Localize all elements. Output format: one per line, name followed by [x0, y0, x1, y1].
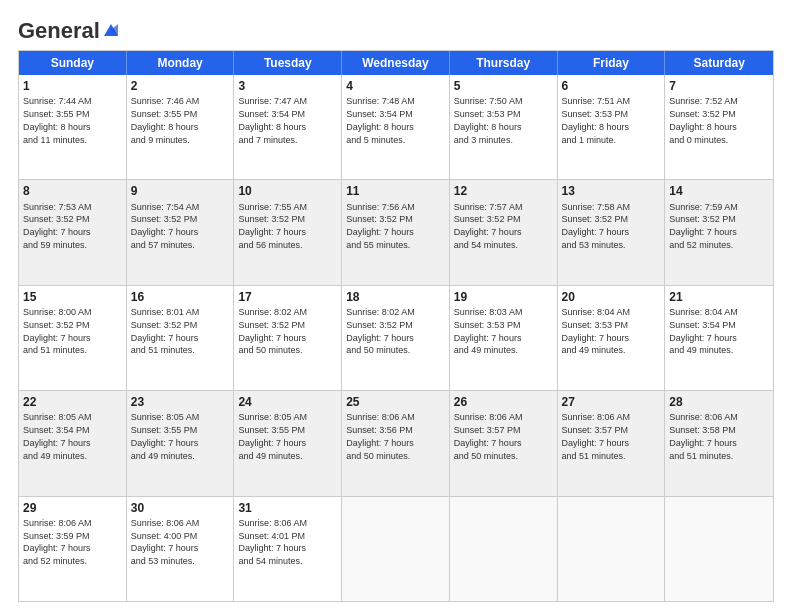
header-day-monday: Monday	[127, 51, 235, 75]
day-number: 15	[23, 289, 122, 305]
day-info: Sunrise: 8:06 AM Sunset: 3:57 PM Dayligh…	[454, 412, 523, 460]
day-info: Sunrise: 8:06 AM Sunset: 4:00 PM Dayligh…	[131, 518, 200, 566]
day-info: Sunrise: 7:58 AM Sunset: 3:52 PM Dayligh…	[562, 202, 631, 250]
day-info: Sunrise: 8:04 AM Sunset: 3:54 PM Dayligh…	[669, 307, 738, 355]
day-number: 26	[454, 394, 553, 410]
header-day-sunday: Sunday	[19, 51, 127, 75]
calendar-cell	[558, 497, 666, 601]
day-info: Sunrise: 8:01 AM Sunset: 3:52 PM Dayligh…	[131, 307, 200, 355]
calendar-cell: 20Sunrise: 8:04 AM Sunset: 3:53 PM Dayli…	[558, 286, 666, 390]
day-number: 4	[346, 78, 445, 94]
day-number: 27	[562, 394, 661, 410]
calendar-cell	[450, 497, 558, 601]
day-number: 1	[23, 78, 122, 94]
calendar-cell: 12Sunrise: 7:57 AM Sunset: 3:52 PM Dayli…	[450, 180, 558, 284]
calendar-row-2: 15Sunrise: 8:00 AM Sunset: 3:52 PM Dayli…	[19, 286, 773, 391]
day-number: 7	[669, 78, 769, 94]
calendar-header: SundayMondayTuesdayWednesdayThursdayFrid…	[19, 51, 773, 75]
day-info: Sunrise: 8:05 AM Sunset: 3:55 PM Dayligh…	[131, 412, 200, 460]
calendar-cell: 2Sunrise: 7:46 AM Sunset: 3:55 PM Daylig…	[127, 75, 235, 179]
day-info: Sunrise: 7:53 AM Sunset: 3:52 PM Dayligh…	[23, 202, 92, 250]
header-day-saturday: Saturday	[665, 51, 773, 75]
day-info: Sunrise: 7:48 AM Sunset: 3:54 PM Dayligh…	[346, 96, 415, 144]
day-info: Sunrise: 7:50 AM Sunset: 3:53 PM Dayligh…	[454, 96, 523, 144]
day-number: 20	[562, 289, 661, 305]
day-info: Sunrise: 8:02 AM Sunset: 3:52 PM Dayligh…	[238, 307, 307, 355]
calendar-row-1: 8Sunrise: 7:53 AM Sunset: 3:52 PM Daylig…	[19, 180, 773, 285]
calendar-cell: 29Sunrise: 8:06 AM Sunset: 3:59 PM Dayli…	[19, 497, 127, 601]
calendar-cell: 18Sunrise: 8:02 AM Sunset: 3:52 PM Dayli…	[342, 286, 450, 390]
calendar-cell: 8Sunrise: 7:53 AM Sunset: 3:52 PM Daylig…	[19, 180, 127, 284]
day-number: 2	[131, 78, 230, 94]
calendar-cell: 27Sunrise: 8:06 AM Sunset: 3:57 PM Dayli…	[558, 391, 666, 495]
calendar-cell: 28Sunrise: 8:06 AM Sunset: 3:58 PM Dayli…	[665, 391, 773, 495]
calendar-cell: 6Sunrise: 7:51 AM Sunset: 3:53 PM Daylig…	[558, 75, 666, 179]
day-number: 30	[131, 500, 230, 516]
day-info: Sunrise: 8:06 AM Sunset: 3:58 PM Dayligh…	[669, 412, 738, 460]
logo-icon	[100, 22, 122, 40]
page: General SundayMondayTuesdayWednesdayThur…	[0, 0, 792, 612]
day-info: Sunrise: 8:00 AM Sunset: 3:52 PM Dayligh…	[23, 307, 92, 355]
day-number: 8	[23, 183, 122, 199]
day-number: 25	[346, 394, 445, 410]
day-number: 29	[23, 500, 122, 516]
calendar-cell: 3Sunrise: 7:47 AM Sunset: 3:54 PM Daylig…	[234, 75, 342, 179]
calendar-cell: 15Sunrise: 8:00 AM Sunset: 3:52 PM Dayli…	[19, 286, 127, 390]
calendar-cell: 25Sunrise: 8:06 AM Sunset: 3:56 PM Dayli…	[342, 391, 450, 495]
day-info: Sunrise: 7:44 AM Sunset: 3:55 PM Dayligh…	[23, 96, 92, 144]
day-number: 11	[346, 183, 445, 199]
calendar-cell: 1Sunrise: 7:44 AM Sunset: 3:55 PM Daylig…	[19, 75, 127, 179]
day-number: 19	[454, 289, 553, 305]
calendar-cell: 11Sunrise: 7:56 AM Sunset: 3:52 PM Dayli…	[342, 180, 450, 284]
day-number: 14	[669, 183, 769, 199]
day-info: Sunrise: 8:05 AM Sunset: 3:54 PM Dayligh…	[23, 412, 92, 460]
day-number: 24	[238, 394, 337, 410]
calendar-cell	[342, 497, 450, 601]
calendar-cell: 4Sunrise: 7:48 AM Sunset: 3:54 PM Daylig…	[342, 75, 450, 179]
header-day-friday: Friday	[558, 51, 666, 75]
day-info: Sunrise: 7:46 AM Sunset: 3:55 PM Dayligh…	[131, 96, 200, 144]
calendar-cell: 16Sunrise: 8:01 AM Sunset: 3:52 PM Dayli…	[127, 286, 235, 390]
day-info: Sunrise: 7:56 AM Sunset: 3:52 PM Dayligh…	[346, 202, 415, 250]
calendar-body: 1Sunrise: 7:44 AM Sunset: 3:55 PM Daylig…	[19, 75, 773, 601]
day-info: Sunrise: 7:51 AM Sunset: 3:53 PM Dayligh…	[562, 96, 631, 144]
day-info: Sunrise: 8:02 AM Sunset: 3:52 PM Dayligh…	[346, 307, 415, 355]
day-info: Sunrise: 8:05 AM Sunset: 3:55 PM Dayligh…	[238, 412, 307, 460]
day-number: 18	[346, 289, 445, 305]
day-info: Sunrise: 8:03 AM Sunset: 3:53 PM Dayligh…	[454, 307, 523, 355]
calendar-cell: 17Sunrise: 8:02 AM Sunset: 3:52 PM Dayli…	[234, 286, 342, 390]
day-number: 17	[238, 289, 337, 305]
header-day-wednesday: Wednesday	[342, 51, 450, 75]
header-day-thursday: Thursday	[450, 51, 558, 75]
day-number: 31	[238, 500, 337, 516]
logo-general: General	[18, 18, 100, 44]
day-info: Sunrise: 7:59 AM Sunset: 3:52 PM Dayligh…	[669, 202, 738, 250]
day-number: 10	[238, 183, 337, 199]
day-number: 13	[562, 183, 661, 199]
day-info: Sunrise: 7:55 AM Sunset: 3:52 PM Dayligh…	[238, 202, 307, 250]
day-info: Sunrise: 7:52 AM Sunset: 3:52 PM Dayligh…	[669, 96, 738, 144]
day-info: Sunrise: 7:54 AM Sunset: 3:52 PM Dayligh…	[131, 202, 200, 250]
calendar-cell: 24Sunrise: 8:05 AM Sunset: 3:55 PM Dayli…	[234, 391, 342, 495]
day-number: 16	[131, 289, 230, 305]
calendar-cell: 5Sunrise: 7:50 AM Sunset: 3:53 PM Daylig…	[450, 75, 558, 179]
calendar-cell: 22Sunrise: 8:05 AM Sunset: 3:54 PM Dayli…	[19, 391, 127, 495]
calendar-cell: 23Sunrise: 8:05 AM Sunset: 3:55 PM Dayli…	[127, 391, 235, 495]
calendar-cell: 14Sunrise: 7:59 AM Sunset: 3:52 PM Dayli…	[665, 180, 773, 284]
day-info: Sunrise: 8:06 AM Sunset: 3:56 PM Dayligh…	[346, 412, 415, 460]
calendar-cell: 26Sunrise: 8:06 AM Sunset: 3:57 PM Dayli…	[450, 391, 558, 495]
calendar-cell: 31Sunrise: 8:06 AM Sunset: 4:01 PM Dayli…	[234, 497, 342, 601]
day-info: Sunrise: 8:06 AM Sunset: 4:01 PM Dayligh…	[238, 518, 307, 566]
header-day-tuesday: Tuesday	[234, 51, 342, 75]
day-number: 28	[669, 394, 769, 410]
day-number: 9	[131, 183, 230, 199]
day-info: Sunrise: 8:06 AM Sunset: 3:57 PM Dayligh…	[562, 412, 631, 460]
calendar-cell: 19Sunrise: 8:03 AM Sunset: 3:53 PM Dayli…	[450, 286, 558, 390]
day-number: 21	[669, 289, 769, 305]
day-number: 12	[454, 183, 553, 199]
day-number: 5	[454, 78, 553, 94]
calendar-cell: 9Sunrise: 7:54 AM Sunset: 3:52 PM Daylig…	[127, 180, 235, 284]
calendar-cell: 21Sunrise: 8:04 AM Sunset: 3:54 PM Dayli…	[665, 286, 773, 390]
calendar-row-4: 29Sunrise: 8:06 AM Sunset: 3:59 PM Dayli…	[19, 497, 773, 601]
calendar-cell: 13Sunrise: 7:58 AM Sunset: 3:52 PM Dayli…	[558, 180, 666, 284]
